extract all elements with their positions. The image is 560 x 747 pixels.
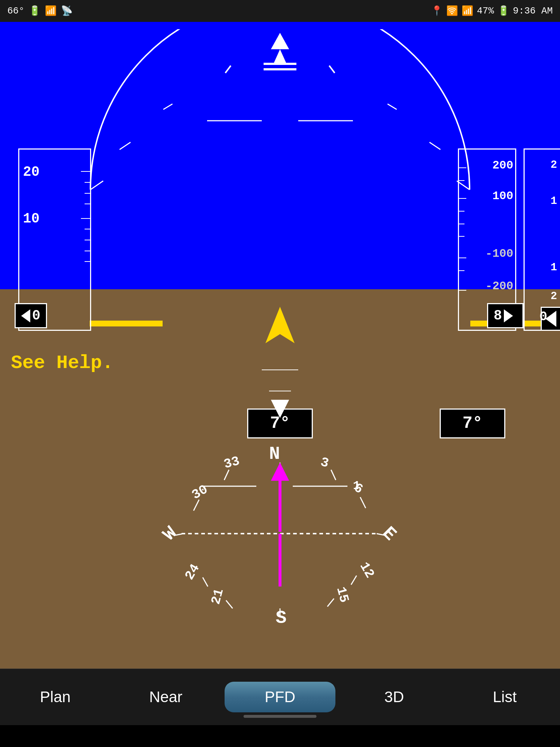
alt-mark-neg100: -100 xyxy=(485,247,513,260)
svg-line-41 xyxy=(203,577,208,587)
signal-icon: 📡 xyxy=(61,5,73,17)
location-icon: 📍 xyxy=(431,5,443,17)
alt-small-2-top: 2 xyxy=(551,159,557,171)
svg-line-7 xyxy=(329,66,335,73)
battery-icon: 🔋 xyxy=(29,5,40,17)
wifi-status-icon: 🛜 xyxy=(446,5,458,17)
svg-marker-12 xyxy=(265,307,295,343)
svg-text:W: W xyxy=(159,523,182,545)
alt-small-1-bottom: 1 xyxy=(551,261,557,274)
svg-line-2 xyxy=(163,104,172,109)
svg-marker-23 xyxy=(271,400,289,418)
status-right: 📍 🛜 📶 47% 🔋 9:36 AM xyxy=(431,5,553,17)
svg-line-0 xyxy=(90,181,103,190)
svg-line-3 xyxy=(225,66,231,73)
heading-value-secondary: 7° xyxy=(462,414,482,433)
altitude-small-tape: 2 1 1 2 xyxy=(524,148,560,331)
svg-marker-51 xyxy=(271,462,289,481)
heading-box-secondary: 7° xyxy=(440,409,505,438)
svg-text:15: 15 xyxy=(333,585,352,604)
speed-mark-20: 20 xyxy=(23,164,40,180)
alt-mark-200: 200 xyxy=(492,159,513,172)
temperature: 66° xyxy=(7,5,24,16)
bank-indicator xyxy=(269,398,291,420)
alt-small-1-top: 1 xyxy=(551,195,557,207)
svg-line-5 xyxy=(429,142,440,150)
nav-item-near[interactable]: Near xyxy=(110,685,221,709)
nav-item-pfd[interactable]: PFD xyxy=(225,682,335,712)
svg-text:12: 12 xyxy=(357,560,377,581)
svg-text:3: 3 xyxy=(319,454,330,471)
nav-label-near: Near xyxy=(149,688,182,705)
compass-svg: N 3 33 6 30 E W 12 xyxy=(152,430,408,634)
svg-line-31 xyxy=(360,497,366,508)
alt-mark-100: 100 xyxy=(492,189,513,203)
signal-bars-icon: 📶 xyxy=(462,5,473,17)
svg-text:6: 6 xyxy=(351,480,365,497)
battery-indicator: 🔋 xyxy=(498,5,509,17)
svg-line-43 xyxy=(327,599,334,607)
altitude-current-value: 8 xyxy=(487,303,524,328)
svg-marker-9 xyxy=(273,49,287,64)
pitch-mark-mid1 xyxy=(262,367,298,373)
svg-line-1 xyxy=(120,142,131,150)
svg-line-27 xyxy=(331,470,336,480)
nav-label-plan: Plan xyxy=(40,688,71,705)
clock: 9:36 AM xyxy=(513,5,553,16)
nav-item-plan[interactable]: Plan xyxy=(0,685,110,709)
nav-label-pfd: PFD xyxy=(265,688,295,705)
left-wing-indicator xyxy=(90,321,163,326)
svg-line-6 xyxy=(388,104,397,109)
pitch-mark-mid2 xyxy=(269,388,291,394)
svg-text:24: 24 xyxy=(182,561,203,582)
help-text: See Help. xyxy=(11,352,113,374)
svg-line-45 xyxy=(226,600,233,608)
pfd-display[interactable]: 10 10 20 10 0 xyxy=(0,22,560,725)
home-indicator xyxy=(244,715,316,718)
status-left: 66° 🔋 📶 📡 xyxy=(7,5,73,17)
attitude-arc-container xyxy=(61,29,499,213)
svg-line-39 xyxy=(351,576,357,585)
alt-small-2-bottom: 2 xyxy=(551,290,557,302)
nav-item-list[interactable]: List xyxy=(450,685,560,709)
compass-rose: N 3 33 6 30 E W 12 xyxy=(152,430,408,641)
attitude-arc-svg xyxy=(61,29,499,212)
svg-text:33: 33 xyxy=(222,453,241,472)
speed-mark-10: 10 xyxy=(23,211,40,227)
svg-text:21: 21 xyxy=(208,587,227,606)
svg-text:E: E xyxy=(378,523,401,545)
alt-mark-neg200: -200 xyxy=(485,279,513,293)
altitude-small-current: 0 xyxy=(541,307,560,331)
svg-marker-8 xyxy=(271,33,289,49)
svg-text:S: S xyxy=(276,608,287,628)
aircraft-symbol xyxy=(244,303,316,352)
battery-percent: 47% xyxy=(477,5,494,16)
status-bar: 66° 🔋 📶 📡 📍 🛜 📶 47% 🔋 9:36 AM xyxy=(0,0,560,22)
nav-label-3d: 3D xyxy=(384,688,404,705)
wifi-icon: 📶 xyxy=(45,5,57,17)
speed-current-value: 0 xyxy=(15,303,47,328)
nav-item-3d[interactable]: 3D xyxy=(339,685,450,709)
svg-text:30: 30 xyxy=(189,482,210,503)
nav-label-list: List xyxy=(493,688,517,705)
svg-text:N: N xyxy=(269,444,280,464)
